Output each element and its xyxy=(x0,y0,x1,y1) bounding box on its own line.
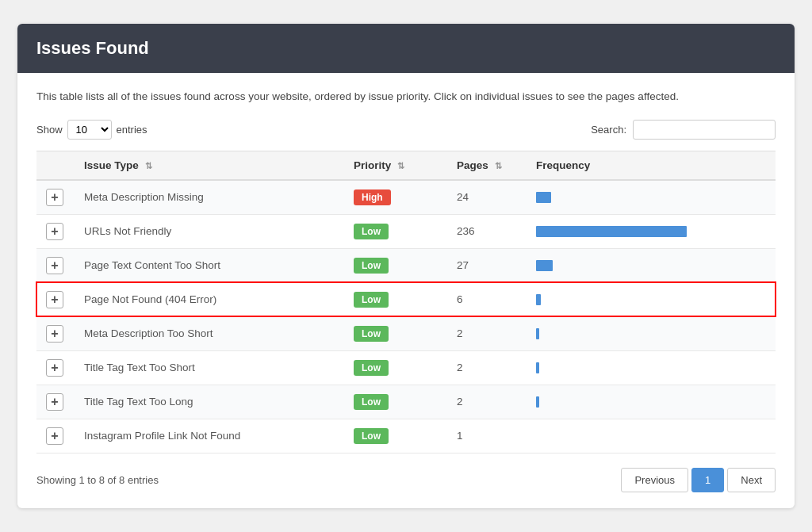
freq-bar xyxy=(536,396,539,408)
expand-button[interactable]: + xyxy=(46,189,63,206)
entries-label: entries xyxy=(117,124,147,136)
card-title: Issues Found xyxy=(36,38,149,58)
entries-select[interactable]: 10 25 50 100 xyxy=(67,120,112,140)
sort-icon-priority: ⇅ xyxy=(397,161,404,171)
frequency-cell xyxy=(527,316,776,350)
expand-cell: + xyxy=(36,350,75,385)
priority-cell: High xyxy=(344,180,447,215)
priority-badge: Low xyxy=(354,394,389,410)
sort-icon-pages: ⇅ xyxy=(495,161,502,171)
priority-badge: Low xyxy=(354,428,389,444)
freq-bar xyxy=(536,362,539,373)
th-pages[interactable]: Pages ⇅ xyxy=(447,151,527,180)
issue-type-cell: Page Not Found (404 Error) xyxy=(75,282,344,316)
issue-type-cell: Meta Description Missing xyxy=(75,180,344,215)
priority-cell: Low xyxy=(344,248,447,282)
priority-cell: Low xyxy=(344,282,447,316)
th-frequency: Frequency xyxy=(527,151,776,180)
th-issue-type[interactable]: Issue Type ⇅ xyxy=(75,151,344,180)
expand-button[interactable]: + xyxy=(46,223,63,240)
freq-bar-container xyxy=(536,226,695,237)
card-header: Issues Found xyxy=(17,24,795,73)
expand-button[interactable]: + xyxy=(46,257,63,274)
table-row[interactable]: +Meta Description MissingHigh24 xyxy=(36,180,776,215)
frequency-cell xyxy=(527,214,776,248)
freq-bar-container xyxy=(536,260,695,271)
card-body: This table lists all of the issues found… xyxy=(17,73,795,507)
priority-cell: Low xyxy=(344,350,447,385)
expand-button[interactable]: + xyxy=(46,393,63,411)
search-group: Search: xyxy=(591,120,776,140)
freq-bar-container xyxy=(536,192,695,203)
expand-cell: + xyxy=(36,282,75,316)
expand-button[interactable]: + xyxy=(46,359,63,377)
freq-bar-container xyxy=(536,362,695,373)
th-expand xyxy=(36,151,75,180)
previous-button[interactable]: Previous xyxy=(621,468,688,492)
expand-button[interactable]: + xyxy=(46,291,63,308)
issue-type-cell: Meta Description Too Short xyxy=(75,316,344,350)
show-entries-group: Show 10 25 50 100 entries xyxy=(36,120,147,140)
priority-badge: Low xyxy=(354,326,389,342)
freq-bar xyxy=(536,226,687,237)
expand-cell: + xyxy=(36,214,75,248)
pagination-row: Showing 1 to 8 of 8 entries Previous 1 N… xyxy=(36,468,776,492)
expand-cell: + xyxy=(36,180,75,215)
search-input[interactable] xyxy=(633,120,776,140)
freq-bar xyxy=(536,192,551,203)
freq-bar-container xyxy=(536,396,695,408)
pages-cell: 2 xyxy=(447,316,527,350)
freq-bar-container xyxy=(536,294,695,305)
pages-cell: 236 xyxy=(447,214,527,248)
expand-button[interactable]: + xyxy=(46,427,63,445)
table-row[interactable]: +Meta Description Too ShortLow2 xyxy=(36,316,776,350)
description-text: This table lists all of the issues found… xyxy=(36,89,776,105)
expand-cell: + xyxy=(36,385,75,419)
table-body: +Meta Description MissingHigh24+URLs Not… xyxy=(36,180,776,454)
freq-bar xyxy=(536,294,541,305)
showing-text: Showing 1 to 8 of 8 entries xyxy=(36,474,159,486)
table-row[interactable]: +Page Not Found (404 Error)Low6 xyxy=(36,282,776,316)
expand-cell: + xyxy=(36,419,75,453)
table-row[interactable]: +Page Text Content Too ShortLow27 xyxy=(36,248,776,282)
table-row[interactable]: +Title Tag Text Too LongLow2 xyxy=(36,385,776,419)
issues-table: Issue Type ⇅ Priority ⇅ Pages ⇅ Frequenc… xyxy=(36,151,776,454)
issue-type-cell: Title Tag Text Too Short xyxy=(75,350,344,385)
frequency-cell xyxy=(527,350,776,385)
th-priority[interactable]: Priority ⇅ xyxy=(344,151,447,180)
frequency-cell xyxy=(527,419,776,453)
frequency-cell xyxy=(527,248,776,282)
next-button[interactable]: Next xyxy=(727,468,776,492)
expand-cell: + xyxy=(36,248,75,282)
pages-cell: 24 xyxy=(447,180,527,215)
priority-cell: Low xyxy=(344,214,447,248)
page-1-button[interactable]: 1 xyxy=(691,468,724,492)
expand-button[interactable]: + xyxy=(46,325,63,343)
priority-badge: Low xyxy=(354,360,389,376)
priority-cell: Low xyxy=(344,385,447,419)
priority-badge: Low xyxy=(354,292,389,308)
table-row[interactable]: +URLs Not FriendlyLow236 xyxy=(36,214,776,248)
pages-cell: 1 xyxy=(447,419,527,453)
table-row[interactable]: +Instagram Profile Link Not FoundLow1 xyxy=(36,419,776,453)
priority-badge: Low xyxy=(354,258,389,274)
search-label: Search: xyxy=(591,124,626,136)
priority-badge: Low xyxy=(354,224,389,239)
frequency-cell xyxy=(527,385,776,419)
priority-cell: Low xyxy=(344,316,447,350)
frequency-cell xyxy=(527,180,776,215)
table-row[interactable]: +Title Tag Text Too ShortLow2 xyxy=(36,350,776,385)
freq-bar xyxy=(536,260,553,271)
priority-badge: High xyxy=(354,189,391,205)
frequency-cell xyxy=(527,282,776,316)
pages-cell: 27 xyxy=(447,248,527,282)
pages-cell: 2 xyxy=(447,350,527,385)
expand-cell: + xyxy=(36,316,75,350)
controls-row: Show 10 25 50 100 entries Search: xyxy=(36,120,776,140)
priority-cell: Low xyxy=(344,419,447,453)
freq-bar xyxy=(536,328,539,339)
sort-icon-issue: ⇅ xyxy=(145,161,152,171)
table-header-row: Issue Type ⇅ Priority ⇅ Pages ⇅ Frequenc… xyxy=(36,151,776,180)
pages-cell: 6 xyxy=(447,282,527,316)
issue-type-cell: Page Text Content Too Short xyxy=(75,248,344,282)
